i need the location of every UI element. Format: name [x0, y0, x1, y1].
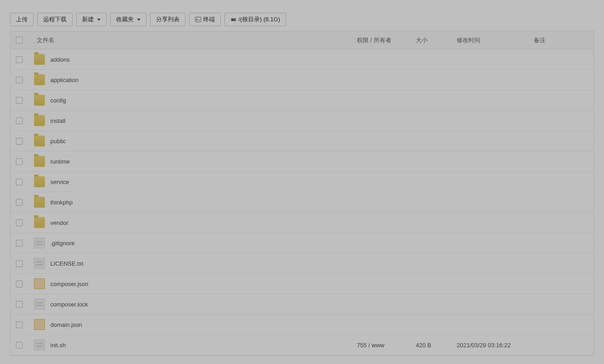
- table-row[interactable]: .gitignore: [10, 233, 594, 253]
- row-checkbox[interactable]: [16, 342, 23, 349]
- terminal-label: 终端: [203, 15, 215, 24]
- file-name: service: [50, 179, 69, 185]
- row-checkbox[interactable]: [16, 260, 23, 267]
- file-icon: [34, 319, 45, 330]
- file-size: 420 B: [416, 342, 457, 349]
- file-name: vendor: [50, 219, 68, 226]
- table-row[interactable]: public: [10, 131, 594, 151]
- row-checkbox[interactable]: [16, 219, 23, 226]
- row-checkbox[interactable]: [16, 240, 23, 247]
- new-label: 新建: [82, 15, 94, 24]
- share-list-button[interactable]: 分享列表: [150, 13, 185, 26]
- file-mtime: 2021/03/29 03:16:22: [457, 342, 534, 349]
- table-row[interactable]: LICENSE.txt: [10, 253, 594, 274]
- row-checkbox[interactable]: [16, 138, 23, 145]
- file-icon: [34, 238, 45, 248]
- table-row[interactable]: install: [10, 111, 594, 131]
- header-name[interactable]: 文件名: [34, 36, 357, 44]
- table-header: 文件名 权限 / 所有者 大小 修改时间 备注: [10, 31, 594, 49]
- file-name: composer.json: [50, 281, 88, 287]
- table-row[interactable]: composer.json: [10, 274, 594, 294]
- new-button[interactable]: 新建: [76, 13, 107, 26]
- folder-icon: [34, 95, 45, 106]
- file-name: addons: [50, 56, 70, 63]
- file-name: install: [50, 117, 65, 124]
- row-checkbox[interactable]: [16, 281, 23, 287]
- file-icon: [34, 258, 45, 269]
- row-checkbox[interactable]: [16, 56, 23, 63]
- table-row[interactable]: domain.json: [10, 315, 594, 335]
- file-icon: [34, 278, 45, 289]
- table-row[interactable]: composer.lock: [10, 294, 594, 315]
- header-perm[interactable]: 权限 / 所有者: [357, 36, 416, 44]
- header-mtime[interactable]: 修改时间: [457, 36, 534, 44]
- folder-icon: [34, 156, 45, 167]
- file-name: application: [50, 77, 78, 83]
- chevron-down-icon: [97, 19, 101, 21]
- file-icon: [34, 299, 45, 310]
- file-name: composer.lock: [50, 301, 88, 308]
- select-all-checkbox[interactable]: [16, 37, 23, 44]
- row-checkbox[interactable]: [16, 97, 23, 104]
- table-row[interactable]: runtime: [10, 151, 594, 172]
- folder-icon: [34, 54, 45, 65]
- disk-icon: [230, 16, 237, 23]
- folder-icon: [34, 176, 45, 187]
- table-row[interactable]: addons: [10, 49, 594, 70]
- row-checkbox[interactable]: [16, 117, 23, 124]
- terminal-icon: [195, 16, 201, 23]
- table-row[interactable]: application: [10, 70, 594, 90]
- upload-button[interactable]: 上传: [10, 13, 34, 26]
- row-checkbox[interactable]: [16, 199, 23, 206]
- remote-download-button[interactable]: 远程下载: [37, 13, 73, 26]
- svg-rect-0: [195, 17, 201, 22]
- file-name: thinkphp: [50, 199, 73, 206]
- root-path-label: /(根目录) (8.1G): [239, 15, 280, 24]
- favorites-label: 收藏夹: [116, 15, 134, 24]
- row-checkbox[interactable]: [16, 321, 23, 328]
- header-size[interactable]: 大小: [416, 36, 457, 44]
- row-checkbox[interactable]: [16, 179, 23, 185]
- terminal-button[interactable]: 终端: [189, 13, 221, 26]
- folder-icon: [34, 197, 45, 208]
- svg-point-2: [235, 19, 236, 20]
- file-name: domain.json: [50, 321, 82, 328]
- file-name: config: [50, 97, 66, 104]
- header-note[interactable]: 备注: [534, 36, 588, 44]
- row-checkbox[interactable]: [16, 77, 23, 83]
- table-row[interactable]: thinkphp: [10, 192, 594, 213]
- table-row[interactable]: init.sh755 / www420 B2021/03/29 03:16:22: [10, 335, 594, 355]
- root-path-button[interactable]: /(根目录) (8.1G): [224, 13, 286, 26]
- file-name: public: [50, 138, 66, 145]
- file-icon: [34, 340, 45, 350]
- chevron-down-icon: [137, 19, 141, 21]
- table-row[interactable]: vendor: [10, 213, 594, 233]
- folder-icon: [34, 217, 45, 228]
- file-table: 文件名 权限 / 所有者 大小 修改时间 备注 addonsapplicatio…: [10, 31, 594, 356]
- row-checkbox[interactable]: [16, 158, 23, 165]
- file-name: LICENSE.txt: [50, 260, 83, 267]
- folder-icon: [34, 74, 45, 85]
- file-name: init.sh: [50, 342, 66, 349]
- folder-icon: [34, 136, 45, 146]
- file-name: .gitignore: [50, 240, 74, 247]
- file-perm: 755 / www: [357, 342, 416, 349]
- row-checkbox[interactable]: [16, 301, 23, 308]
- favorites-button[interactable]: 收藏夹: [110, 13, 146, 26]
- toolbar: 上传 远程下载 新建 收藏夹 分享列表 终端 /(根目录) (8.1G): [0, 0, 604, 31]
- table-row[interactable]: service: [10, 172, 594, 192]
- file-name: runtime: [50, 158, 70, 165]
- table-row[interactable]: config: [10, 90, 594, 111]
- folder-icon: [34, 115, 45, 126]
